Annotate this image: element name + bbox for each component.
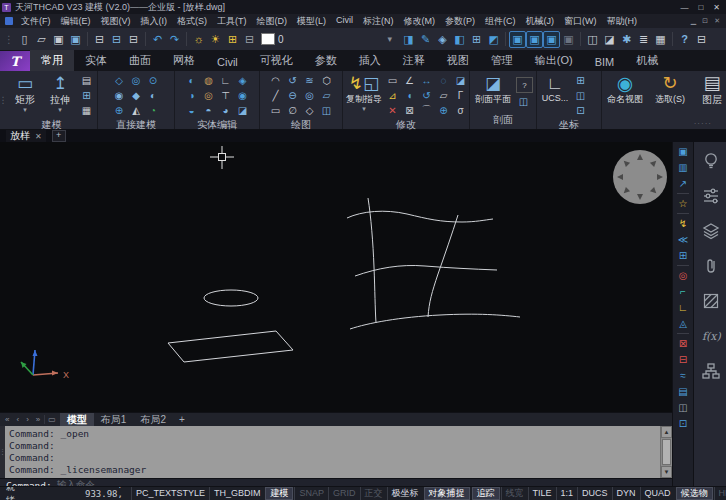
ribbon-tab[interactable]: 注释 [392,50,436,71]
ellipse-shape[interactable] [204,290,258,306]
ribbon-tab[interactable]: 输出(O) [524,50,584,71]
menu-item[interactable]: Civil [331,15,358,28]
array-icon[interactable]: ⊞ [468,31,485,48]
draw-tool-icon[interactable]: ◫ [319,103,334,117]
mdi-restore-button[interactable]: ⊡ [702,17,708,25]
modify-tool-icon[interactable]: ↺ [419,88,434,102]
status-toggle[interactable]: PC_TEXTSTYLE [131,487,209,500]
plot-icon[interactable]: ⊟ [91,31,108,48]
solid-edit-tool-icon[interactable]: ◪ [235,103,250,117]
image-manager-icon[interactable]: ▦ [652,31,669,48]
panel-icon[interactable]: ◫ [676,400,691,415]
panel-overflow-dots[interactable]: ····· [694,119,712,128]
section-plane-button[interactable]: ◪ 剖面平面 [473,73,513,106]
scrollbar-thumb[interactable] [662,439,671,465]
ucs-tool-icon[interactable]: ◫ [573,88,588,102]
modify-tool-icon[interactable]: ▭ [385,73,400,87]
status-toggle[interactable]: GRID [328,487,360,500]
corner-tool-icon[interactable]: ⌐ [676,284,691,299]
draw-tool-icon[interactable]: ▱ [319,88,334,102]
settings-gear-icon[interactable]: ✱ [618,31,635,48]
first-layout-button[interactable]: « [2,415,12,424]
layout-list-icon[interactable]: ▭ [44,415,59,424]
menu-item[interactable]: 文件(F) [16,15,56,28]
modify-tool-icon[interactable]: ▱ [436,88,451,102]
ribbon-tab[interactable]: 网格 [162,50,206,71]
menu-item[interactable]: 绘图(D) [252,15,293,28]
status-toggle[interactable]: 追踪 [472,487,500,500]
ribbon-tab[interactable]: 实体 [74,50,118,71]
select-button[interactable]: ↻ 选取(S) [651,73,689,106]
quick-print-icon[interactable]: ⊟ [693,31,710,48]
paperclip-icon[interactable] [700,255,722,277]
rectangle-button[interactable]: ▭ 矩形 ▾ [9,73,41,113]
menu-item[interactable]: 模型(L) [292,15,331,28]
menu-item[interactable]: 窗口(W) [559,15,602,28]
drawing-canvas[interactable]: X [0,142,672,412]
modify-tool-icon[interactable]: ∠ [402,73,417,87]
properties-panel-icon[interactable]: ▣ [676,144,691,159]
draw-tool-icon[interactable]: ⊖ [285,88,300,102]
help-icon[interactable]: ? [676,31,693,48]
copy-guide-button[interactable]: ↯◱ 复制指导 ▾ [346,73,382,112]
table-icon[interactable]: ▤ [676,384,691,399]
navigation-wheel[interactable] [613,150,667,204]
hatch-icon[interactable] [700,290,722,312]
view-cube-se-icon[interactable]: ▣ [509,31,526,48]
draw-tool-icon[interactable]: ◎ [302,88,317,102]
menu-item[interactable]: 帮助(H) [602,15,643,28]
magic-wand-icon[interactable]: ☆ [676,196,691,211]
prev-layout-button[interactable]: ‹ [13,415,22,424]
scroll-down-icon[interactable]: ▼ [661,466,672,478]
menu-item[interactable]: 视图(V) [96,15,136,28]
publish-icon[interactable]: ⊟ [125,31,142,48]
solid-edit-tool-icon[interactable]: ◈ [235,73,250,87]
ribbon-tab[interactable]: 曲面 [118,50,162,71]
add-layout-button[interactable]: + [174,414,190,425]
layer-thaw-icon[interactable]: ☀ [207,31,224,48]
draw-tool-icon[interactable]: ↺ [285,73,300,87]
smooth-icon[interactable]: ≈ [676,368,691,383]
loft-wireframe[interactable] [347,198,520,329]
plot-preview-icon[interactable]: ⊟ [108,31,125,48]
solid-edit-tool-icon[interactable]: ◑ [184,88,199,102]
direct-modeling-tool-icon[interactable]: ⊕ [112,103,127,117]
draw-tool-icon[interactable]: ╱ [268,88,283,102]
orgchart-icon[interactable] [700,360,722,382]
open-file-icon[interactable]: ▱ [33,31,50,48]
direct-modeling-tool-icon[interactable]: ◆ [129,88,144,102]
layout-tab[interactable]: 模型 [60,413,94,426]
modify-tool-icon[interactable]: σ [453,103,468,117]
layers-button[interactable]: ▤ 图层 [695,73,726,107]
ribbon-tab[interactable]: 视图 [436,50,480,71]
status-toggle[interactable]: 正交 [360,487,387,500]
direct-modeling-tool-icon[interactable]: ◎ [129,73,144,87]
layers-icon[interactable] [700,220,722,242]
solid-edit-tool-icon[interactable]: ◓ [201,103,216,117]
sheet-list-icon[interactable]: ≣ [635,31,652,48]
status-toggle[interactable]: TILE [528,487,556,500]
mdi-close-button[interactable]: ✕ [714,17,720,25]
status-toggle[interactable]: 极坐标 [387,487,423,500]
remove-icon[interactable]: ⊟ [676,352,691,367]
solid-edit-tool-icon[interactable]: ◐ [184,73,199,87]
solid-edit-tool-icon[interactable]: ∟ [218,73,233,87]
status-toggle[interactable]: SNAP [294,487,328,500]
view-cube-sw-icon[interactable]: ▣ [526,31,543,48]
solid-edit-tool-icon[interactable]: ◉ [235,88,250,102]
status-toggle[interactable]: TH_GBDIM [209,487,265,500]
modify-tool-icon[interactable]: ⊠ [402,103,417,117]
status-toggle[interactable]: 对象捕捉 [424,487,470,500]
scroll-up-icon[interactable]: ▲ [661,426,672,438]
undo-icon[interactable]: ↶ [149,31,166,48]
menu-item[interactable]: 修改(M) [399,15,441,28]
solid-edit-tool-icon[interactable]: ◎ [201,88,216,102]
menu-item[interactable]: 格式(S) [172,15,212,28]
layer-on-icon[interactable]: ☼ [190,31,207,48]
target-icon[interactable]: ◎ [676,268,691,283]
modify-tool-icon[interactable]: ↔ [419,73,434,87]
rectangle-shape[interactable] [168,331,293,362]
filter-icon[interactable]: ≪ [676,232,691,247]
quick-select-icon[interactable]: ↯ [676,216,691,231]
view-cube-ne-icon[interactable]: ▣ [543,31,560,48]
